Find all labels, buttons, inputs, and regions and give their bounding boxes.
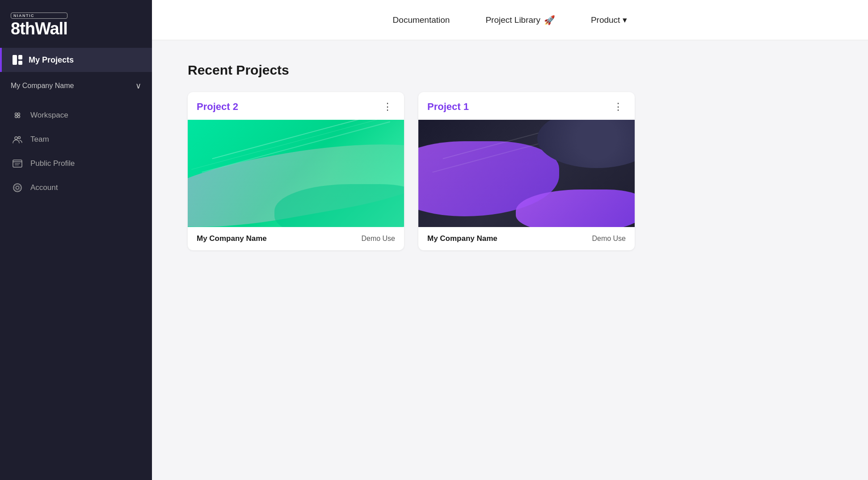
svg-point-0 — [15, 113, 17, 115]
svg-point-2 — [15, 116, 17, 118]
project-2-footer: My Company Name Demo Use — [188, 227, 404, 250]
my-projects-nav-item[interactable]: My Projects — [0, 48, 152, 72]
public-profile-label: Public Profile — [30, 159, 75, 168]
main-area: Documentation Project Library 🚀 Product … — [152, 0, 868, 480]
product-label: Product — [591, 15, 620, 25]
documentation-link[interactable]: Documentation — [393, 15, 450, 25]
project-2-title: Project 2 — [197, 101, 238, 113]
topbar: Documentation Project Library 🚀 Product … — [152, 0, 868, 40]
project-2-thumbnail — [188, 120, 404, 227]
account-icon — [13, 183, 22, 193]
company-dropdown[interactable]: My Company Name ∨ — [0, 72, 152, 100]
niantic-badge: NIANTIC — [11, 13, 67, 19]
project-1-header: Project 1 ⋮ — [418, 92, 635, 120]
logo: NIANTIC 8thWall — [11, 13, 67, 37]
svg-point-1 — [18, 113, 20, 115]
project-1-title: Project 1 — [427, 101, 469, 113]
svg-point-15 — [16, 186, 19, 189]
team-icon — [13, 135, 22, 144]
project-1-use: Demo Use — [592, 235, 626, 243]
project-library-label: Project Library — [485, 15, 540, 25]
my-projects-label: My Projects — [29, 55, 74, 65]
svg-point-3 — [18, 116, 20, 118]
svg-point-16 — [15, 185, 21, 191]
project-2-company: My Company Name — [197, 234, 267, 243]
sidebar: NIANTIC 8thWall My Projects My Company N… — [0, 0, 152, 480]
section-title: Recent Projects — [188, 63, 832, 78]
svg-point-9 — [18, 137, 21, 139]
product-link[interactable]: Product ▾ — [591, 15, 627, 25]
content-area: Recent Projects Project 2 ⋮ My Company N… — [152, 40, 868, 480]
grid-icon — [13, 55, 22, 65]
team-label: Team — [30, 135, 49, 144]
project-1-company: My Company Name — [427, 234, 497, 243]
chevron-down-icon: ∨ — [135, 81, 141, 91]
project-card-1[interactable]: Project 1 ⋮ My Company Name Demo Use — [418, 92, 635, 250]
product-chevron-icon: ▾ — [623, 15, 627, 25]
sidebar-item-account[interactable]: Account — [0, 176, 152, 200]
workspace-label: Workspace — [30, 111, 68, 120]
public-profile-icon — [13, 159, 22, 168]
sidebar-item-team[interactable]: Team — [0, 127, 152, 152]
project-2-header: Project 2 ⋮ — [188, 92, 404, 120]
rocket-icon: 🚀 — [544, 15, 555, 25]
sidebar-item-public-profile[interactable]: Public Profile — [0, 152, 152, 176]
company-name: My Company Name — [11, 82, 74, 90]
project-1-menu-button[interactable]: ⋮ — [611, 100, 626, 114]
project-card-2[interactable]: Project 2 ⋮ My Company Name Demo Use — [188, 92, 404, 250]
account-label: Account — [30, 183, 58, 192]
workspace-icon — [13, 110, 22, 120]
brand-name: 8thWall — [11, 20, 67, 37]
project-1-thumbnail — [418, 120, 635, 227]
project-2-use: Demo Use — [361, 235, 395, 243]
sidebar-nav: Workspace Team P — [0, 100, 152, 203]
documentation-label: Documentation — [393, 15, 450, 25]
project-library-link[interactable]: Project Library 🚀 — [485, 15, 555, 25]
sidebar-item-workspace[interactable]: Workspace — [0, 103, 152, 127]
projects-grid: Project 2 ⋮ My Company Name Demo Use — [188, 92, 635, 250]
project-1-footer: My Company Name Demo Use — [418, 227, 635, 250]
logo-area: NIANTIC 8thWall — [0, 0, 152, 48]
svg-point-8 — [15, 137, 17, 139]
project-2-menu-button[interactable]: ⋮ — [380, 100, 395, 114]
